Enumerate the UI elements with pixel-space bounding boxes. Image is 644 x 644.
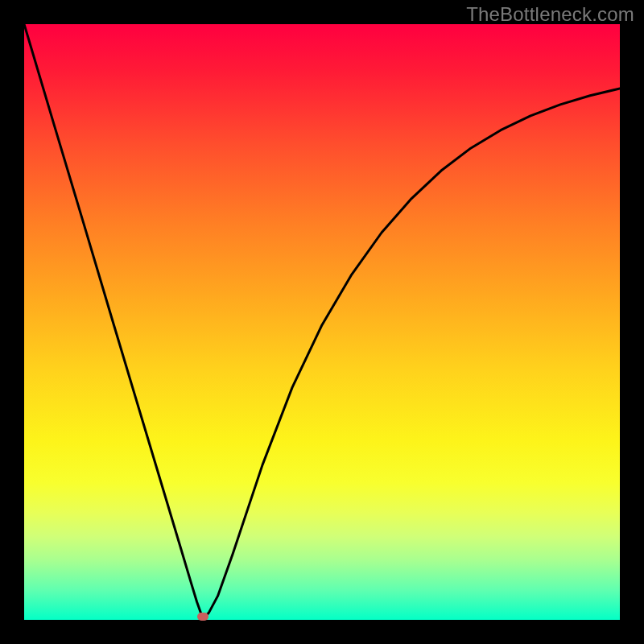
- bottleneck-curve: [24, 24, 620, 619]
- chart-frame: TheBottleneck.com: [0, 0, 644, 644]
- plot-area: [24, 24, 620, 620]
- curve-svg: [24, 24, 620, 620]
- watermark-text: TheBottleneck.com: [466, 3, 634, 26]
- optimum-marker: [197, 613, 208, 621]
